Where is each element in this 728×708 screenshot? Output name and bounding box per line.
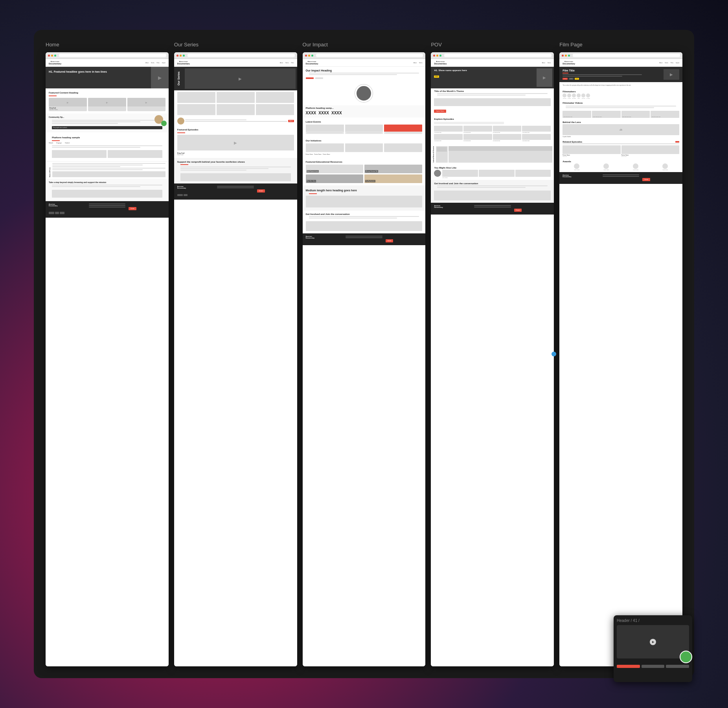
pov-ep-thumb2[interactable] xyxy=(463,126,492,132)
film-nav-link2[interactable]: Series xyxy=(665,62,668,64)
pov-ep-thumb1[interactable] xyxy=(434,126,463,132)
pov-nav-link2[interactable]: Series xyxy=(548,62,551,64)
impact-nav-link2[interactable]: Series xyxy=(419,62,423,64)
impact-edu1[interactable]: Water Riparian Issues xyxy=(306,165,364,173)
browser-chrome-impact xyxy=(303,52,426,59)
home-nav-series[interactable]: Series xyxy=(151,62,154,64)
pov-ep-thumb3[interactable] xyxy=(493,126,522,132)
pov-also-card2[interactable] xyxy=(479,170,515,177)
pov-nav-links[interactable]: About Series xyxy=(542,62,551,64)
home-card-grid: ▶ King Coal Fly the #7 Docs ▶ xyxy=(46,97,169,112)
series-thumb3[interactable] xyxy=(256,92,294,103)
impact-init1[interactable] xyxy=(306,143,344,152)
impact-edu2[interactable]: Mercury Chemical Talk xyxy=(364,165,422,173)
series-cta-btn[interactable]: Watch xyxy=(288,120,294,122)
home-platform-submit[interactable]: Submit xyxy=(65,142,70,144)
series-footer-btn[interactable]: Donate xyxy=(257,189,265,193)
home-card-2-line2 xyxy=(89,109,125,110)
film-filmmaker-5 xyxy=(581,94,585,97)
screen-film: Film Page American Documentary xyxy=(559,42,682,666)
impact-footer-col3: Donate xyxy=(386,236,423,243)
impact-event3[interactable] xyxy=(384,125,422,134)
series-nav-about[interactable]: About xyxy=(280,62,283,64)
impact-nav-link1[interactable]: About xyxy=(414,62,417,64)
impact-get-involved: Get Involved and Join the conversation xyxy=(303,211,426,233)
pov-theme-btn[interactable]: Explore Theme xyxy=(434,110,446,113)
impact-footer-btn[interactable]: Donate xyxy=(386,239,393,242)
home-nav-links[interactable]: About Series Films Impact xyxy=(145,62,165,64)
series-thumb1[interactable] xyxy=(177,92,215,103)
series-nav-links[interactable]: About Series Films xyxy=(280,62,294,64)
impact-init2[interactable] xyxy=(345,143,383,152)
impact-event2[interactable] xyxy=(345,125,383,134)
impact-edu3[interactable]: Why Other Ideas xyxy=(306,174,364,183)
pov-hero-heading: H1. Show name appears here xyxy=(434,69,532,72)
home-nav-impact[interactable]: Impact xyxy=(162,62,165,64)
film-nav-link4[interactable]: Impact xyxy=(676,62,679,64)
home-footer-l1 xyxy=(89,204,126,204)
impact-get-l1 xyxy=(309,216,419,217)
series-thumb2[interactable] xyxy=(217,92,255,103)
film-fmk-vid2[interactable]: Video title goes here xyxy=(592,111,621,118)
home-card-1-info: King Coal Fly the #7 Docs xyxy=(49,106,87,111)
home-platform-watch[interactable]: Watch xyxy=(49,142,53,144)
series-brand: American Documentary xyxy=(177,61,190,65)
pov-news-card1[interactable] xyxy=(436,146,448,163)
impact-circle-wrapper xyxy=(355,84,373,102)
series-red-bar xyxy=(177,132,185,133)
film-fmk-vid-row: Video title goes here Video title goes h… xyxy=(563,111,679,118)
impact-platform-heading: Platform heading samp... xyxy=(306,107,423,110)
overlay-play-button[interactable]: ▶ xyxy=(650,639,656,645)
impact-edu4[interactable]: Key Big Question xyxy=(364,174,422,183)
pov-news-card2[interactable] xyxy=(449,146,552,163)
impact-events-heading: Latest Events xyxy=(303,119,426,124)
pov-ep-thumb8[interactable] xyxy=(522,134,551,140)
home-card-1-thumb: ▶ xyxy=(49,98,87,106)
film-related-btn[interactable] xyxy=(675,141,679,143)
pov-ep-thumb6[interactable] xyxy=(463,134,492,140)
home-platform-engage[interactable]: Engage xyxy=(56,142,62,144)
film-related-card-row: Partner Name King Coal Partner Name Shor… xyxy=(563,145,679,157)
series-nav-series[interactable]: Series xyxy=(285,62,289,64)
pov-ep-thumb7[interactable] xyxy=(493,134,522,140)
home-nav-about[interactable]: About xyxy=(145,62,149,64)
home-nav-films[interactable]: Films xyxy=(157,62,160,64)
pov-nav-link1[interactable]: About xyxy=(542,62,545,64)
home-card-1[interactable]: ▶ King Coal Fly the #7 Docs xyxy=(49,98,87,111)
film-rel-ep1-thumb[interactable] xyxy=(563,145,620,154)
browser-dot-red-series xyxy=(176,55,178,57)
impact-event1[interactable] xyxy=(306,125,344,134)
pov-also-card1[interactable] xyxy=(442,170,478,177)
series-thumb4[interactable] xyxy=(177,104,215,115)
film-footer-l2 xyxy=(603,176,640,177)
pov-nav: American Documentary About Series xyxy=(431,59,554,67)
pov-also-card3[interactable] xyxy=(515,170,551,177)
impact-footer-l1 xyxy=(346,236,382,237)
pov-search-bar[interactable] xyxy=(434,122,504,124)
impact-init3[interactable] xyxy=(384,143,422,152)
film-fmk-vid1[interactable]: Video title goes here xyxy=(563,111,591,118)
pov-brand: American Documentary xyxy=(434,61,447,65)
home-footer-btn[interactable]: Donate xyxy=(129,207,136,210)
pov-footer-btn[interactable]: Donate xyxy=(514,209,522,212)
pov-ep-title1: The episode title xyxy=(434,132,463,133)
film-watch-btn[interactable]: Watch xyxy=(563,78,568,80)
series-nav-films[interactable]: Films xyxy=(291,62,294,64)
film-fmk-vid3[interactable]: Video title goes here xyxy=(621,111,650,118)
film-save-btn[interactable]: Save xyxy=(569,78,574,80)
impact-partners: Partner Name Partner Name Partner Name xyxy=(303,153,426,156)
home-card-3[interactable]: ▶ xyxy=(127,98,165,111)
film-rel-ep2-thumb[interactable] xyxy=(621,145,679,154)
film-nav-link3[interactable]: Films xyxy=(671,62,673,64)
impact-nav-links[interactable]: About Series xyxy=(414,62,422,64)
series-thumb6[interactable] xyxy=(256,104,294,115)
film-nav-link1[interactable]: About xyxy=(659,62,662,64)
film-nav-links[interactable]: About Series Films Impact xyxy=(659,62,679,64)
home-card-2[interactable]: ▶ xyxy=(88,98,126,111)
pov-ep-thumb5[interactable] xyxy=(434,134,463,140)
series-thumb5[interactable] xyxy=(217,104,255,115)
pov-ep-thumb4[interactable] xyxy=(522,126,551,132)
film-fmk-vid4[interactable]: Video title goes here xyxy=(651,111,679,118)
film-footer-btn[interactable]: Donate xyxy=(642,178,650,181)
overlay-person-avatar xyxy=(680,651,692,663)
